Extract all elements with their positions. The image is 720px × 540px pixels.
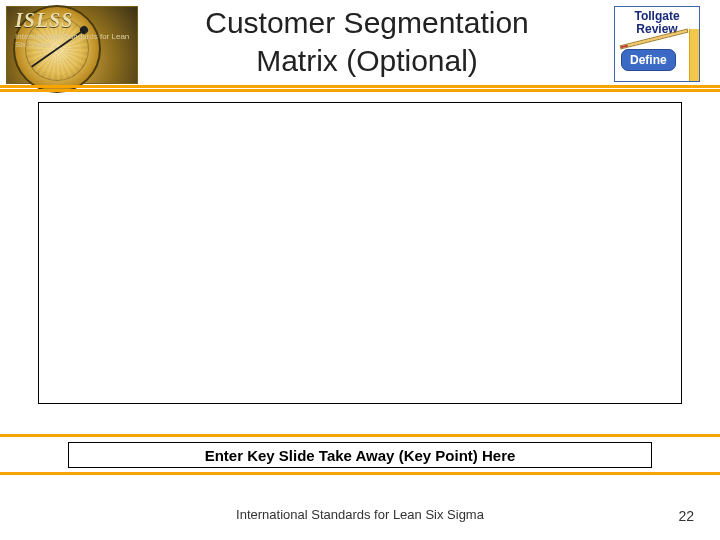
header: ISLSS International Standards for Lean S…: [0, 0, 720, 90]
takeaway-rule-bottom: [0, 472, 720, 475]
gold-stripe-icon: [689, 29, 699, 81]
slide-title-line2: Matrix (Optional): [256, 44, 478, 77]
phase-pill: Define: [621, 49, 676, 71]
takeaway-box: Enter Key Slide Take Away (Key Point) He…: [68, 442, 652, 468]
logo-left: ISLSS International Standards for Lean S…: [6, 6, 138, 84]
header-rule-bottom: [0, 89, 720, 92]
brand-name: ISLSS: [15, 9, 133, 32]
tollgate-badge: Tollgate Review Define: [614, 6, 700, 82]
footer-text: International Standards for Lean Six Sig…: [0, 507, 720, 522]
takeaway-rule-top: [0, 434, 720, 437]
slide-title: Customer Segmentation Matrix (Optional): [148, 4, 586, 79]
page-number: 22: [678, 508, 694, 524]
brand-subtitle: International Standards for Lean Six Sig…: [15, 33, 133, 50]
takeaway-text: Enter Key Slide Take Away (Key Point) He…: [205, 447, 516, 464]
header-rule-top: [0, 85, 720, 88]
slide-title-line1: Customer Segmentation: [205, 6, 529, 39]
content-box: [38, 102, 682, 404]
slide: ISLSS International Standards for Lean S…: [0, 0, 720, 540]
